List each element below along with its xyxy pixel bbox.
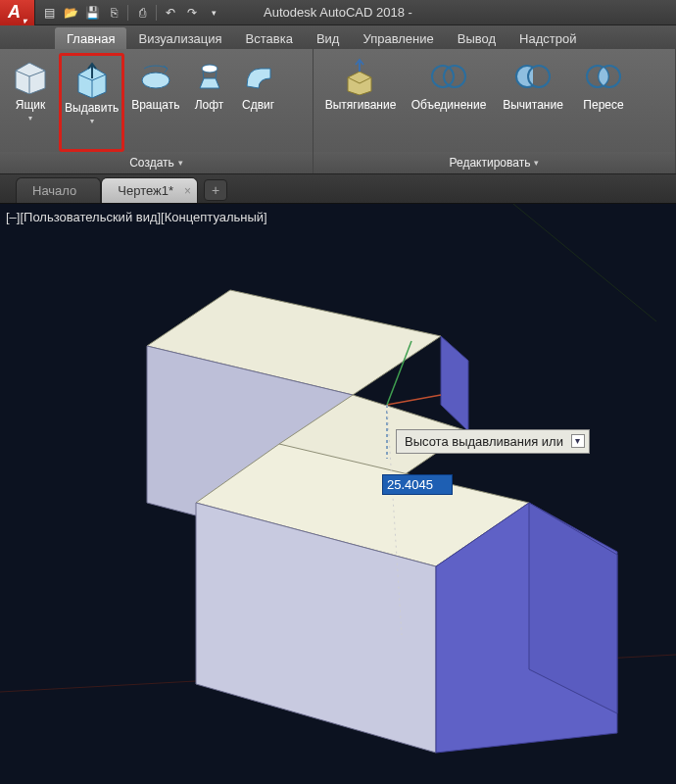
qat-more-icon[interactable]: ▾ xyxy=(204,3,223,23)
tool-subtract[interactable]: Вычитание xyxy=(496,53,570,152)
tooltip-dropdown-icon[interactable]: ▾ xyxy=(571,434,585,448)
qat-open-icon[interactable]: 📂 xyxy=(61,3,80,23)
svg-line-20 xyxy=(513,204,656,321)
qat-redo-icon[interactable]: ↷ xyxy=(182,3,202,23)
ribbon: Ящик ▾ Выдавить ▾ xyxy=(0,49,676,174)
tool-intersect[interactable]: Пересе xyxy=(574,53,633,152)
qat-save-icon[interactable]: 💾 xyxy=(82,3,102,23)
doc-tab-start[interactable]: Начало xyxy=(16,177,101,203)
tool-label: Сдвиг xyxy=(242,98,274,112)
tool-label: Объединение xyxy=(411,98,487,112)
loft-icon xyxy=(190,57,229,96)
tool-label: Ящик xyxy=(16,98,46,112)
panel-create: Ящик ▾ Выдавить ▾ xyxy=(0,49,314,173)
panel-title-label: Редактировать xyxy=(450,156,531,170)
tool-extrude[interactable]: Выдавить ▾ xyxy=(59,53,124,152)
svg-point-5 xyxy=(142,73,169,88)
doc-tab-drawing1[interactable]: Чертеж1* × xyxy=(101,177,198,203)
extrude-icon xyxy=(72,60,112,99)
tool-label: Вращать xyxy=(131,98,179,112)
tab-addins[interactable]: Надстрой xyxy=(507,27,588,49)
chevron-down-icon: ▾ xyxy=(178,158,183,168)
tool-label: Выдавить xyxy=(65,101,119,115)
qat-undo-icon[interactable]: ↶ xyxy=(161,3,180,23)
extrude-height-input[interactable] xyxy=(382,474,453,495)
svg-marker-0 xyxy=(16,63,45,94)
doc-tab-label: Начало xyxy=(32,183,76,198)
chevron-down-icon: ▾ xyxy=(28,114,32,122)
box-icon xyxy=(11,57,50,96)
tool-sweep[interactable]: Сдвиг xyxy=(236,53,281,152)
tool-loft[interactable]: Лофт xyxy=(187,53,232,152)
chevron-down-icon: ▾ xyxy=(534,158,539,168)
quick-access-toolbar: ▤ 📂 💾 ⎘ ⎙ ↶ ↷ ▾ xyxy=(39,3,223,23)
tool-presspull[interactable]: Вытягивание xyxy=(319,53,402,152)
panel-title-create[interactable]: Создать ▾ xyxy=(0,152,313,173)
tool-union[interactable]: Объединение xyxy=(406,53,492,152)
tool-label: Вычитание xyxy=(503,98,563,112)
tab-insert[interactable]: Вставка xyxy=(234,27,305,49)
svg-line-9 xyxy=(216,72,217,78)
qat-print-icon[interactable]: ⎙ xyxy=(132,3,152,23)
panel-title-label: Создать xyxy=(129,156,174,170)
chevron-down-icon: ▾ xyxy=(90,117,94,125)
app-menu-button[interactable]: A ▾ xyxy=(0,0,35,25)
tool-label: Лофт xyxy=(195,98,224,112)
svg-marker-6 xyxy=(200,78,219,88)
tab-manage[interactable]: Управление xyxy=(351,27,445,49)
union-icon xyxy=(429,57,468,96)
tool-revolve[interactable]: Вращать xyxy=(128,53,182,152)
svg-line-8 xyxy=(203,72,204,78)
subtract-icon xyxy=(513,57,553,96)
tool-label: Пересе xyxy=(583,98,623,112)
panel-edit: Вытягивание Объединение xyxy=(314,49,676,173)
qat-saveas-icon[interactable]: ⎘ xyxy=(104,3,123,23)
tooltip-text: Высота выдавливания или xyxy=(405,434,563,449)
doc-tab-label: Чертеж1* xyxy=(118,183,173,198)
viewport[interactable]: [–][Пользовательский вид][Концептуальный… xyxy=(0,204,676,784)
intersect-icon xyxy=(584,57,623,96)
presspull-icon xyxy=(341,57,380,96)
tool-label: Вытягивание xyxy=(325,98,397,112)
revolve-icon xyxy=(136,57,175,96)
panel-title-edit[interactable]: Редактировать ▾ xyxy=(314,152,675,173)
ribbon-tabs: Главная Визуализация Вставка Вид Управле… xyxy=(0,25,676,49)
doc-add-button[interactable]: + xyxy=(204,179,227,201)
tool-box[interactable]: Ящик ▾ xyxy=(6,53,55,152)
tab-visualization[interactable]: Визуализация xyxy=(126,27,233,49)
extrude-tooltip: Высота выдавливания или ▾ xyxy=(396,429,590,454)
model-3d xyxy=(0,204,676,784)
document-tabs: Начало Чертеж1* × + xyxy=(0,174,676,204)
app-logo: A xyxy=(8,2,21,23)
close-icon[interactable]: × xyxy=(184,184,191,198)
svg-point-7 xyxy=(202,65,217,73)
qat-new-icon[interactable]: ▤ xyxy=(39,3,59,23)
tab-output[interactable]: Вывод xyxy=(446,27,507,49)
tab-view[interactable]: Вид xyxy=(305,27,352,49)
tab-home[interactable]: Главная xyxy=(55,27,126,49)
sweep-icon xyxy=(239,57,278,96)
